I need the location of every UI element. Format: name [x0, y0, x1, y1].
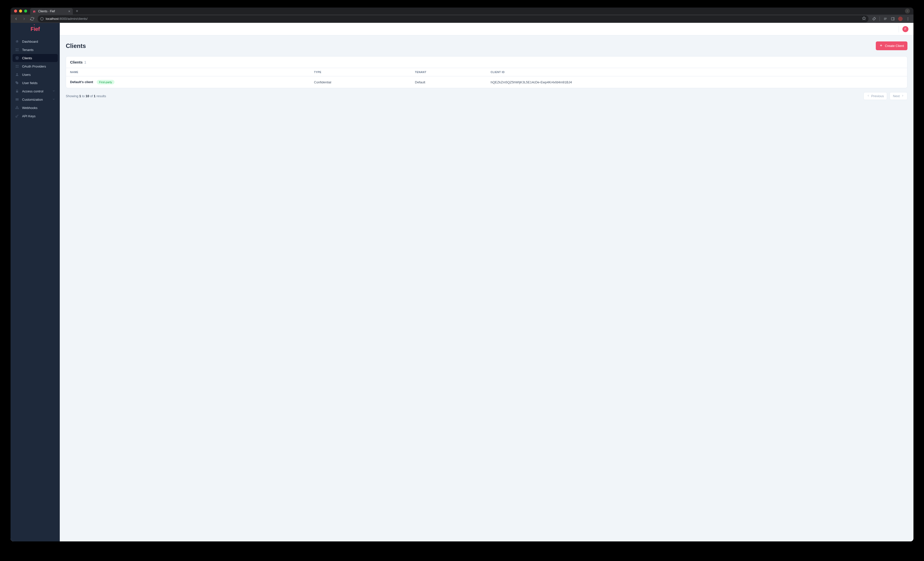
svg-rect-12: [16, 50, 17, 51]
table-header-row: NAME TYPE TENANT CLIENT ID: [66, 68, 351, 76]
tab-title: Clients · Fief: [38, 9, 66, 13]
cell-type: Confidential: [310, 76, 351, 88]
clients-icon: [15, 56, 19, 60]
card-header: Clients 1: [66, 57, 351, 68]
window-close[interactable]: [14, 9, 17, 12]
url-host: localhost: [46, 17, 58, 21]
pagination-to: 10: [86, 94, 89, 98]
sidebar-item-user-fields[interactable]: User fields: [12, 79, 58, 87]
site-info-icon[interactable]: [40, 17, 44, 21]
sidebar-item-label: Webhooks: [22, 106, 38, 110]
page-title: Clients: [66, 42, 86, 50]
window-maximize[interactable]: [24, 9, 27, 12]
nav-back-button[interactable]: [12, 15, 20, 22]
svg-point-16: [16, 66, 17, 68]
sidebar-item-oauth-providers[interactable]: OAuth Providers: [12, 62, 58, 70]
brand-logo[interactable]: Fief: [10, 23, 60, 35]
sidebar-item-dashboard[interactable]: Dashboard: [12, 38, 58, 45]
dashboard-icon: [15, 39, 19, 44]
customization-icon: [15, 98, 19, 102]
page-content: Clients Create Client Clients 1 N: [60, 35, 351, 219]
sidebar-item-label: Users: [22, 73, 31, 76]
svg-rect-10: [16, 48, 17, 50]
castle-icon: [33, 9, 36, 13]
browser-tab[interactable]: Clients · Fief ×: [30, 8, 73, 15]
chevron-down-icon: [52, 98, 55, 102]
sidebar-item-label: Access control: [22, 89, 44, 93]
sidebar-item-api-keys[interactable]: API Keys: [12, 112, 58, 120]
app-shell: Fief Dashboard Tenants Clients OAuth Pr: [10, 23, 351, 219]
sidebar: Fief Dashboard Tenants Clients OAuth Pr: [10, 23, 60, 219]
lock-icon: [15, 89, 19, 93]
topbar: F: [60, 23, 351, 35]
browser-toolbar: localhost:8000/admin/clients/: [10, 15, 351, 23]
sidebar-nav: Dashboard Tenants Clients OAuth Provider…: [10, 35, 60, 122]
users-icon: [15, 73, 19, 76]
url-path: :8000/admin/clients/: [58, 17, 88, 21]
key-icon: [15, 114, 19, 118]
browser-tab-bar: Clients · Fief × +: [10, 8, 351, 15]
pagination-summary: Showing 1 to 10 of 1 results: [66, 94, 106, 98]
tenants-icon: [15, 48, 19, 52]
sidebar-item-clients[interactable]: Clients: [12, 54, 58, 62]
oauth-icon: [15, 64, 19, 68]
svg-rect-22: [17, 98, 18, 100]
url-text: localhost:8000/admin/clients/: [46, 17, 88, 21]
svg-rect-11: [17, 48, 18, 50]
sidebar-item-access-control[interactable]: Access control: [12, 87, 58, 95]
sidebar-item-label: Dashboard: [22, 40, 38, 44]
client-name-text: Default's client: [70, 80, 93, 84]
card-title: Clients: [70, 60, 82, 64]
sidebar-item-label: Clients: [22, 56, 32, 60]
cell-name: Default's client First-party: [66, 76, 310, 88]
first-party-badge: First-party: [97, 80, 115, 84]
clients-card: Clients 1 NAME TYPE TENANT CLIENT ID: [66, 56, 351, 88]
sidebar-item-users[interactable]: Users: [12, 70, 58, 79]
page-header: Clients Create Client: [66, 41, 351, 50]
browser-window: Clients · Fief × + localhost:8000/admin/…: [10, 8, 351, 219]
tag-icon: [15, 81, 19, 85]
webhook-icon: [15, 106, 19, 110]
pagination: Showing 1 to 10 of 1 results Previous Ne…: [66, 92, 351, 100]
svg-point-18: [16, 74, 18, 75]
new-tab-button[interactable]: +: [76, 9, 78, 13]
pagination-text: of: [89, 94, 94, 98]
sidebar-item-label: Customization: [22, 98, 43, 102]
pagination-total: 1: [94, 94, 95, 98]
svg-point-15: [17, 65, 18, 66]
window-controls: [14, 9, 27, 12]
address-bar[interactable]: localhost:8000/admin/clients/: [38, 15, 351, 22]
nav-forward-button[interactable]: [21, 15, 28, 22]
clients-table: NAME TYPE TENANT CLIENT ID Default's cli…: [66, 68, 351, 88]
sidebar-item-webhooks[interactable]: Webhooks: [12, 104, 58, 112]
svg-rect-13: [17, 50, 18, 51]
tab-close-icon[interactable]: ×: [68, 9, 70, 13]
brand-text: Fief: [30, 26, 40, 32]
pagination-text: to: [81, 94, 86, 98]
card-count: 1: [84, 60, 86, 64]
sidebar-item-label: API Keys: [22, 114, 35, 118]
column-name[interactable]: NAME: [66, 68, 310, 76]
reload-button[interactable]: [28, 15, 36, 22]
pagination-text: results: [96, 94, 106, 98]
svg-rect-20: [16, 91, 18, 92]
chevron-down-icon: [52, 89, 55, 93]
svg-rect-21: [16, 98, 16, 100]
pagination-from: 1: [79, 94, 81, 98]
svg-point-27: [16, 116, 17, 117]
svg-point-14: [16, 65, 17, 66]
svg-point-17: [17, 66, 18, 68]
table-row[interactable]: Default's client First-party Confidentia…: [66, 76, 351, 88]
sidebar-item-tenants[interactable]: Tenants: [12, 46, 58, 54]
column-type[interactable]: TYPE: [310, 68, 351, 76]
main-content-area: F Clients Create Client Clients 1: [60, 23, 351, 219]
svg-rect-23: [18, 98, 19, 100]
sidebar-item-label: OAuth Providers: [22, 64, 46, 68]
svg-point-19: [16, 82, 16, 82]
sidebar-item-label: Tenants: [22, 48, 34, 52]
sidebar-item-label: User fields: [22, 81, 38, 85]
pagination-text: Showing: [66, 94, 79, 98]
window-minimize[interactable]: [19, 9, 22, 12]
sidebar-item-customization[interactable]: Customization: [12, 95, 58, 104]
